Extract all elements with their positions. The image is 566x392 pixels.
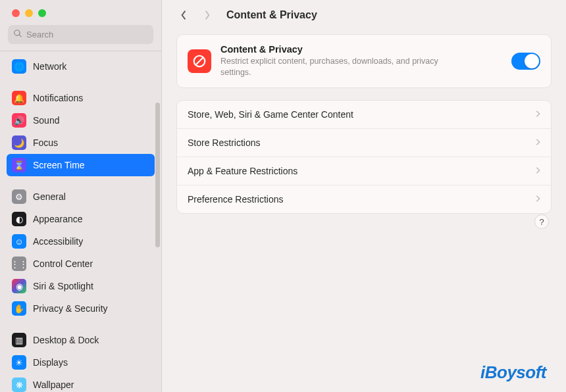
sidebar-scrollbar[interactable] [155, 103, 160, 247]
sidebar-item-wallpaper[interactable]: ❋ Wallpaper [7, 374, 155, 392]
sidebar-item-sound[interactable]: 🔊 Sound [7, 109, 155, 132]
sidebar-item-label: Desktop & Dock [33, 335, 99, 345]
sidebar-item-label: Appearance [33, 214, 83, 224]
sidebar-item-appearance[interactable]: ◐ Appearance [7, 208, 155, 230]
sidebar-item-label: General [33, 191, 66, 202]
speaker-icon: 🔊 [12, 113, 26, 128]
sidebar-item-label: Wallpaper [33, 380, 74, 390]
row-app-feature-restrictions[interactable]: App & Feature Restrictions [177, 157, 551, 185]
hand-icon: ✋ [12, 301, 26, 316]
no-entry-icon [188, 49, 211, 73]
search-input[interactable] [26, 30, 148, 39]
content-area: Content & Privacy Restrict explicit cont… [162, 30, 566, 227]
hero-subtitle: Restrict explicit content, purchases, do… [220, 56, 471, 78]
sidebar-item-notifications[interactable]: 🔔 Notifications [7, 87, 155, 109]
row-store-restrictions[interactable]: Store Restrictions [177, 128, 551, 157]
flower-icon: ❋ [12, 378, 26, 392]
content-privacy-hero: Content & Privacy Restrict explicit cont… [176, 34, 552, 88]
row-label: Preference Restrictions [188, 194, 284, 205]
sidebar-item-privacy-security[interactable]: ✋ Privacy & Security [7, 297, 155, 320]
sidebar-item-siri-spotlight[interactable]: ◉ Siri & Spotlight [7, 275, 155, 297]
hero-title: Content & Privacy [220, 44, 502, 55]
globe-icon: 🌐 [12, 59, 26, 74]
sidebar-item-label: Focus [33, 137, 58, 148]
restrictions-list: Store, Web, Siri & Game Center Content S… [176, 100, 552, 214]
sidebar-item-label: Control Center [33, 258, 93, 269]
sidebar-item-displays[interactable]: ☀ Displays [7, 351, 155, 374]
chevron-right-icon [536, 166, 540, 176]
window-controls [0, 0, 161, 24]
hourglass-icon: ⌛ [12, 158, 26, 172]
search-field[interactable] [8, 25, 153, 44]
sidebar-item-label: Siri & Spotlight [33, 281, 93, 291]
sidebar: 🌐 Network 🔔 Notifications 🔊 Sound 🌙 Focu… [0, 0, 162, 392]
sidebar-item-label: Displays [33, 357, 68, 368]
nav-back-button[interactable] [176, 8, 191, 22]
chevron-right-icon [536, 109, 540, 120]
help-button[interactable]: ? [534, 214, 549, 229]
bell-icon: 🔔 [12, 91, 26, 105]
sidebar-item-desktop-dock[interactable]: ▥ Desktop & Dock [7, 329, 155, 351]
sidebar-item-label: Network [33, 61, 66, 72]
sidebar-item-label: Sound [33, 115, 59, 126]
dock-icon: ▥ [12, 333, 26, 347]
svg-line-1 [196, 57, 203, 64]
close-window-button[interactable] [12, 9, 20, 17]
sidebar-item-label: Notifications [33, 93, 83, 103]
fullscreen-window-button[interactable] [38, 9, 46, 17]
content-privacy-toggle[interactable] [511, 53, 540, 70]
titlebar: Content & Privacy [162, 0, 566, 30]
sliders-icon: ⋮⋮ [12, 257, 26, 271]
brightness-icon: ☀ [12, 355, 26, 370]
sidebar-item-control-center[interactable]: ⋮⋮ Control Center [7, 253, 155, 275]
accessibility-icon: ☺ [12, 234, 26, 249]
search-icon [13, 29, 26, 40]
row-label: App & Feature Restrictions [188, 166, 297, 176]
sidebar-item-accessibility[interactable]: ☺ Accessibility [7, 230, 155, 253]
sidebar-item-screen-time[interactable]: ⌛ Screen Time [7, 154, 155, 176]
appearance-icon: ◐ [12, 212, 26, 226]
nav-forward-button[interactable] [200, 8, 215, 22]
row-label: Store Restrictions [188, 137, 260, 148]
sidebar-item-label: Privacy & Security [33, 303, 108, 314]
page-title: Content & Privacy [226, 9, 317, 21]
toggle-knob [525, 54, 539, 68]
sidebar-item-label: Screen Time [33, 160, 85, 170]
watermark-text: Boysoft [485, 362, 546, 382]
row-preference-restrictions[interactable]: Preference Restrictions [177, 185, 551, 213]
row-store-web-siri-gamecenter[interactable]: Store, Web, Siri & Game Center Content [177, 101, 551, 128]
sidebar-divider [0, 51, 161, 51]
moon-icon: 🌙 [12, 135, 26, 150]
chevron-right-icon [536, 194, 540, 205]
sidebar-list: 🌐 Network 🔔 Notifications 🔊 Sound 🌙 Focu… [0, 54, 161, 392]
siri-icon: ◉ [12, 279, 26, 293]
sidebar-item-general[interactable]: ⚙ General [7, 185, 155, 208]
main-pane: Content & Privacy Content & Privacy Rest… [162, 0, 566, 392]
row-label: Store, Web, Siri & Game Center Content [188, 109, 353, 120]
sidebar-item-label: Accessibility [33, 236, 83, 247]
gear-icon: ⚙ [12, 189, 26, 204]
chevron-right-icon [536, 137, 540, 148]
watermark: iBoysoft [480, 362, 546, 383]
sidebar-item-focus[interactable]: 🌙 Focus [7, 132, 155, 154]
minimize-window-button[interactable] [25, 9, 33, 17]
sidebar-item-network[interactable]: 🌐 Network [7, 55, 155, 78]
